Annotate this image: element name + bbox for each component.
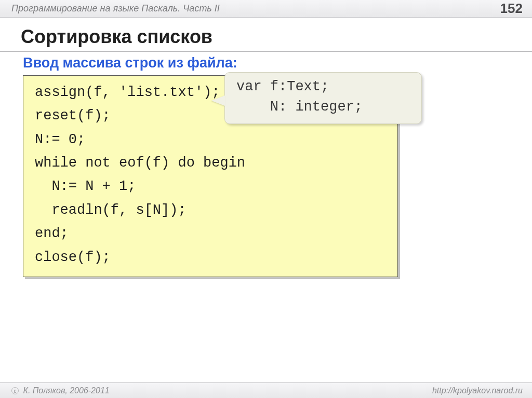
header-title: Программирование на языке Паскаль. Часть… [11, 3, 220, 14]
code-line: N:= 0; [35, 128, 386, 152]
code-line: while not eof(f) do begin [35, 152, 386, 175]
callout-line: N: integer; [236, 97, 410, 117]
callout-line: var f:Text; [236, 77, 410, 97]
slide-title: Сортировка списков [0, 23, 532, 52]
code-line: close(f); [35, 246, 386, 269]
slide-content: Сортировка списков Ввод массива строк из… [0, 18, 532, 277]
copyright-icon: c [11, 387, 19, 394]
page-number: 152 [500, 1, 523, 17]
code-line: end; [35, 222, 386, 245]
code-area: assign(f, 'list.txt'); reset(f); N:= 0; … [23, 75, 509, 277]
slide-header: Программирование на языке Паскаль. Часть… [0, 0, 532, 18]
copyright-text: К. Поляков, 2006-2011 [23, 386, 109, 395]
code-line: readln(f, s[N]); [35, 199, 386, 222]
callout-pointer-icon [211, 95, 225, 106]
copyright: c К. Поляков, 2006-2011 [11, 386, 110, 395]
callout-box: var f:Text; N: integer; [224, 72, 422, 124]
slide-footer: c К. Поляков, 2006-2011 http://kpolyakov… [0, 382, 532, 398]
code-line: N:= N + 1; [35, 175, 386, 198]
footer-url: http://kpolyakov.narod.ru [432, 386, 523, 395]
